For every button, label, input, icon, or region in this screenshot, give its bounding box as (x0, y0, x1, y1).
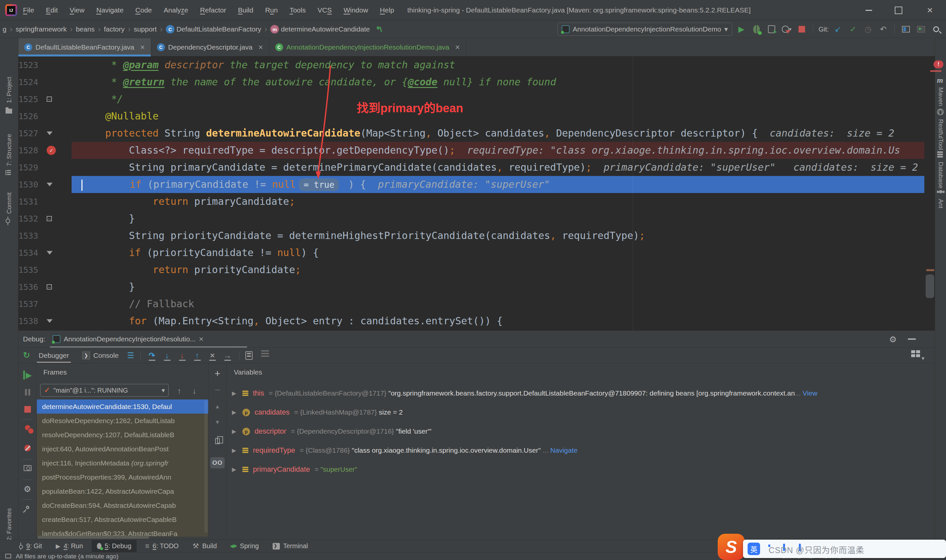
force-step-into-button[interactable]: ↓ (177, 350, 188, 361)
menu-refactor[interactable]: Refactor (200, 6, 226, 14)
tool-stripe-commit[interactable]: Commit (0, 192, 18, 224)
menu-tools[interactable]: Tools (290, 6, 306, 14)
ime-language-toggle[interactable]: 英 (747, 543, 760, 555)
hide-library-frames-button[interactable]: OO (210, 457, 225, 468)
stop-debug-button[interactable] (24, 406, 31, 412)
close-icon[interactable]: × (199, 334, 203, 344)
debug-session-tab[interactable]: AnnotationDependencyInjectionResolutio..… (52, 331, 203, 348)
code-line[interactable]: 1532– } (18, 210, 924, 227)
code-editor[interactable]: 1523 * @param descriptor the target depe… (18, 57, 924, 330)
value-link[interactable]: Navigate (550, 446, 578, 454)
maximize-button[interactable] (887, 0, 910, 20)
move-up-button[interactable]: ▲ (215, 403, 220, 410)
frame-row[interactable]: resolveDependency:1207, DefaultListableB (37, 428, 208, 442)
fold-icon[interactable] (47, 319, 52, 323)
value-link[interactable]: View (803, 389, 817, 397)
tool-stripe--project[interactable]: 1: Project (0, 77, 18, 114)
code-line[interactable]: 1531 return primaryCandidate; (18, 193, 924, 210)
close-icon[interactable]: × (259, 43, 263, 52)
run-anything-button[interactable] (915, 23, 927, 36)
pause-button[interactable] (25, 389, 30, 395)
menu-file[interactable]: File (23, 6, 34, 14)
previous-frame-button[interactable]: ↑ (177, 386, 181, 395)
error-indicator-badge[interactable]: ! (934, 60, 943, 68)
variable-row[interactable]: ▶pcandidates = {LinkedHashMap@1787} size… (226, 403, 935, 422)
project-structure-button[interactable] (900, 23, 912, 36)
fold-icon[interactable] (47, 183, 52, 186)
update-project-button[interactable]: ↙ (832, 23, 844, 36)
minimize-button[interactable] (857, 0, 880, 20)
code-line[interactable]: 1523 * @param descriptor the target depe… (18, 57, 924, 74)
profiler-button[interactable]: ▾ (781, 23, 793, 36)
variable-row[interactable]: ▶requiredType = {Class@1786} "class org.… (226, 441, 935, 460)
fold-end-icon[interactable]: – (47, 284, 52, 289)
frames-horizontal-scrollbar[interactable] (37, 536, 149, 538)
variable-row[interactable]: ▶this = {DefaultListableBeanFactory@1717… (226, 384, 935, 403)
tool-stripe--structure[interactable]: 7: Structure (0, 134, 18, 177)
move-down-button[interactable]: ▼ (215, 419, 220, 426)
tool-stripe-ant[interactable]: Ant (935, 188, 946, 208)
debugger-settings-button[interactable]: ⚙ (24, 485, 31, 493)
toolwindow-button-debug[interactable]: 5: Debug (92, 540, 137, 552)
code-line[interactable]: 1537 // Fallback (18, 295, 924, 312)
breadcrumb-item[interactable]: support (134, 25, 157, 33)
tab-console[interactable]: ❯Console (77, 348, 123, 363)
rollback-button[interactable]: ↶ (877, 23, 889, 36)
restore-layout-button[interactable] (911, 350, 920, 358)
menu-navigate[interactable]: Navigate (96, 6, 123, 14)
editor-tab[interactable]: CDependencyDescriptor.java× (151, 38, 270, 57)
menu-code[interactable]: Code (135, 6, 152, 14)
variable-row[interactable]: ▶primaryCandidate = "superUser" (226, 460, 935, 479)
code-line[interactable]: 1536– } (18, 278, 924, 295)
breakpoint-icon[interactable]: ✓ (47, 146, 56, 155)
layout-settings-icon[interactable]: ☰ (127, 351, 134, 360)
run-configuration-select[interactable]: AnnotationDependencyInjectionResolutionD… (558, 23, 732, 36)
fold-icon[interactable] (47, 251, 52, 255)
step-over-button[interactable]: ↷ (146, 350, 158, 361)
copy-stack-button[interactable] (215, 438, 220, 444)
close-icon[interactable]: × (140, 43, 145, 52)
expand-icon[interactable]: ▶ (232, 428, 238, 435)
toolwindow-button-run[interactable]: ▶4: Run (51, 540, 88, 552)
remove-watch-button[interactable]: − (214, 385, 220, 395)
variable-row[interactable]: ▶pdescriptor = {DependencyDescriptor@171… (226, 422, 935, 441)
expand-icon[interactable]: ▶ (232, 447, 238, 454)
frame-row[interactable]: determineAutowireCandidate:1530, Defaul (37, 400, 208, 414)
mute-breakpoints-button[interactable] (24, 445, 31, 451)
coverage-button[interactable] (766, 23, 778, 36)
menu-analyze[interactable]: Analyze (163, 6, 188, 14)
frame-row[interactable]: inject:116, InjectionMetadata (org.sprin… (37, 456, 208, 470)
code-line[interactable]: 1528✓ Class<?> requiredType = descriptor… (18, 142, 924, 159)
fold-icon[interactable] (47, 132, 52, 135)
tab-debugger[interactable]: Debugger (34, 348, 74, 363)
resume-button[interactable]: ▶ (23, 371, 32, 379)
run-to-cursor-button[interactable]: → (222, 350, 233, 361)
editor-scrollbar[interactable] (926, 274, 934, 298)
menu-run[interactable]: Run (265, 6, 278, 14)
close-button[interactable]: × (918, 0, 941, 20)
frame-row[interactable]: inject:640, AutowiredAnnotationBeanPost (37, 442, 208, 456)
frame-row[interactable]: doCreateBean:594, AbstractAutowireCapab (37, 498, 208, 512)
commit-button[interactable]: ✓ (847, 23, 859, 36)
code-line[interactable]: 1526 @Nullable (18, 108, 924, 125)
tool-stripe-database[interactable]: Database (935, 151, 946, 188)
editor-tab[interactable]: CAnnotationDependencyInjectionResolution… (270, 38, 466, 57)
breadcrumb-item[interactable]: mdetermineAutowireCandidate (270, 25, 370, 34)
gear-icon[interactable]: ⚙ (889, 334, 897, 345)
next-frame-button[interactable]: ↓ (193, 386, 196, 395)
hide-panel-button[interactable] (908, 338, 916, 340)
code-line[interactable]: 1524 * @return the name of the autowire … (18, 74, 924, 91)
breadcrumb-item[interactable]: springframework (16, 25, 67, 33)
run-button[interactable]: ▶ (735, 23, 747, 36)
code-line[interactable]: 1525– */ (18, 91, 924, 108)
pin-tab-button[interactable] (26, 506, 29, 509)
menu-vcs[interactable]: VCS (317, 6, 332, 14)
evaluate-expression-button[interactable] (245, 351, 253, 360)
debug-button[interactable] (750, 23, 763, 36)
code-line[interactable]: 1529 String primaryCandidate = determine… (18, 159, 924, 176)
rerun-button[interactable]: ↻ (23, 350, 30, 360)
search-everywhere-button[interactable] (930, 23, 942, 36)
code-line[interactable]: 1534 if (priorityCandidate != null) { (18, 244, 924, 261)
frame-row[interactable]: createBean:517, AbstractAutowireCapableB (37, 512, 208, 526)
expand-icon[interactable]: ▶ (232, 466, 238, 473)
